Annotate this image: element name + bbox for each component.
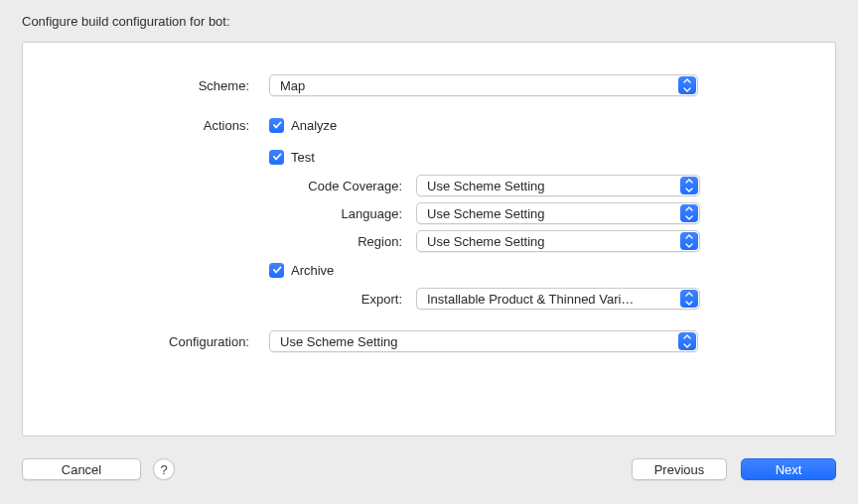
export-popup[interactable]: Installable Product & Thinned Vari… (416, 288, 700, 310)
updown-icon (680, 290, 698, 308)
analyze-label: Analyze (291, 118, 337, 133)
configuration-label: Configuration: (23, 334, 257, 349)
code-coverage-label: Code Coverage: (23, 179, 410, 193)
cancel-button[interactable]: Cancel (22, 458, 141, 480)
export-value: Installable Product & Thinned Vari… (427, 292, 673, 307)
language-value: Use Scheme Setting (427, 206, 545, 221)
help-icon: ? (160, 462, 167, 477)
updown-icon (680, 177, 698, 194)
language-popup[interactable]: Use Scheme Setting (416, 202, 700, 224)
test-label: Test (291, 150, 315, 165)
updown-icon (678, 76, 696, 94)
language-label: Language: (23, 206, 410, 221)
region-label: Region: (23, 234, 410, 249)
scheme-label: Scheme: (23, 78, 257, 93)
previous-button-label: Previous (654, 462, 705, 477)
footer: Cancel ? Previous Next (22, 456, 836, 482)
updown-icon (680, 232, 698, 250)
updown-icon (678, 332, 696, 350)
region-value: Use Scheme Setting (427, 234, 545, 249)
region-popup[interactable]: Use Scheme Setting (416, 230, 700, 252)
previous-button[interactable]: Previous (632, 458, 727, 480)
actions-label: Actions: (23, 118, 257, 133)
archive-label: Archive (291, 263, 334, 278)
scheme-value: Map (280, 78, 305, 93)
analyze-checkbox[interactable] (269, 118, 284, 133)
cancel-button-label: Cancel (62, 462, 101, 477)
bot-config-window: Configure build configuration for bot: S… (0, 0, 858, 504)
updown-icon (680, 204, 698, 222)
code-coverage-value: Use Scheme Setting (427, 179, 545, 193)
scheme-popup[interactable]: Map (269, 74, 698, 96)
configuration-popup[interactable]: Use Scheme Setting (269, 330, 698, 352)
next-button[interactable]: Next (741, 458, 836, 480)
help-button[interactable]: ? (153, 458, 175, 480)
code-coverage-popup[interactable]: Use Scheme Setting (416, 175, 700, 196)
archive-checkbox[interactable] (269, 263, 284, 278)
configuration-value: Use Scheme Setting (280, 334, 398, 349)
test-checkbox[interactable] (269, 150, 284, 165)
page-title: Configure build configuration for bot: (22, 14, 230, 29)
next-button-label: Next (776, 462, 802, 477)
config-panel: Scheme: Map Actions: Analyze (22, 42, 836, 437)
export-label: Export: (23, 292, 410, 307)
